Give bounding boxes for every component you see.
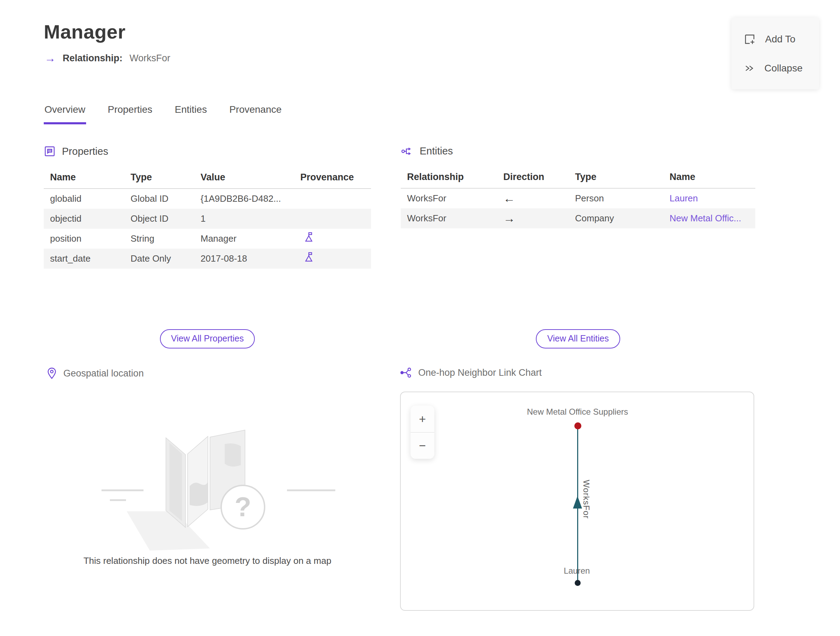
map-placeholder-illustration: ? (71, 405, 344, 553)
view-all-entities-wrap: View All Entities (401, 329, 755, 348)
question-mark-glyph: ? (235, 491, 251, 522)
entity-relationship: WorksFor (401, 188, 497, 208)
prop-provenance (294, 229, 371, 248)
zoom-out-button[interactable]: − (411, 432, 434, 459)
collapse-button[interactable]: Collapse (731, 58, 819, 79)
add-to-button[interactable]: Add To (731, 28, 819, 51)
view-all-entities-button[interactable]: View All Entities (536, 329, 620, 348)
entities-table: Relationship Direction Type Name WorksFo… (401, 168, 755, 228)
map-pin-icon (47, 367, 57, 380)
prop-provenance (294, 189, 371, 209)
prop-name: position (44, 229, 124, 248)
subtitle-label: Relationship: (63, 53, 123, 64)
properties-section-head: Properties (44, 146, 371, 157)
table-row: WorksFor → Company New Metal Offic... (401, 208, 755, 228)
prop-name: start_date (44, 248, 124, 269)
link-chart-section-head: One-hop Neighbor Link Chart (399, 367, 542, 378)
prop-type: Object ID (124, 209, 194, 229)
entities-icon (401, 146, 413, 157)
collapse-icon (744, 63, 755, 74)
add-to-label: Add To (765, 33, 796, 45)
prop-type: Global ID (124, 189, 194, 209)
entities-section-head: Entities (401, 146, 755, 157)
link-chart-icon (399, 367, 412, 378)
entity-relationship: WorksFor (401, 208, 497, 228)
subtitle-value: WorksFor (129, 53, 171, 64)
prop-type: String (124, 229, 194, 248)
graph-node-company[interactable] (574, 422, 581, 429)
table-row: objectid Object ID 1 (44, 209, 371, 229)
col-header-relationship: Relationship (401, 168, 497, 188)
provenance-flag-icon (303, 231, 314, 244)
entities-section: Entities Relationship Direction Type Nam… (401, 146, 755, 228)
col-header-type: Type (124, 168, 194, 189)
table-row: position String Manager (44, 229, 371, 248)
graph-edge-label: WorksFor (581, 480, 591, 519)
graph-edge-arrowhead (573, 496, 582, 508)
view-all-properties-button[interactable]: View All Properties (160, 329, 255, 348)
geospatial-empty-message: This relationship does not have geometry… (44, 555, 371, 566)
direction-arrow-icon: → (497, 208, 569, 228)
link-chart-canvas[interactable]: + − New Metal Office Suppliers WorksFor … (400, 392, 754, 611)
geospatial-section-title: Geospatial location (63, 368, 144, 379)
relationship-details-page: Manager → Relationship: WorksFor Add To … (0, 0, 840, 636)
prop-value: {1A9DB2B6-D482... (194, 189, 294, 209)
col-header-direction: Direction (497, 168, 569, 188)
prop-provenance (294, 209, 371, 229)
properties-section-title: Properties (62, 146, 108, 157)
entity-type: Person (569, 188, 663, 208)
table-row: start_date Date Only 2017-08-18 (44, 248, 371, 269)
prop-value: 1 (194, 209, 294, 229)
prop-value: 2017-08-18 (194, 248, 294, 269)
properties-table: Name Type Value Provenance globalid Glob… (44, 168, 371, 269)
entity-name-link[interactable]: New Metal Offic... (669, 213, 741, 223)
table-row: globalid Global ID {1A9DB2B6-D482... (44, 189, 371, 209)
tab-provenance[interactable]: Provenance (229, 104, 282, 124)
page-title: Manager (44, 20, 126, 43)
link-chart-section-title: One-hop Neighbor Link Chart (418, 367, 542, 378)
prop-value: Manager (194, 229, 294, 248)
zoom-in-button[interactable]: + (411, 405, 434, 432)
relationship-arrow-icon: → (44, 52, 56, 64)
node-label-company: New Metal Office Suppliers (527, 407, 628, 417)
prop-name: globalid (44, 189, 124, 209)
properties-section: Properties Name Type Value Provenance gl… (44, 146, 371, 269)
actions-panel: Add To Collapse (731, 17, 819, 89)
col-header-name: Name (44, 168, 124, 189)
entity-name-link[interactable]: Lauren (669, 193, 698, 204)
node-label-person: Lauren (564, 566, 590, 576)
properties-icon (44, 146, 56, 157)
geospatial-section-head: Geospatial location (47, 367, 144, 380)
graph-node-person[interactable] (575, 580, 581, 586)
col-header-provenance: Provenance (294, 168, 371, 189)
prop-provenance (294, 248, 371, 269)
tab-overview[interactable]: Overview (44, 104, 86, 124)
tab-properties[interactable]: Properties (107, 104, 153, 124)
prop-type: Date Only (124, 248, 194, 269)
col-header-type: Type (569, 168, 663, 188)
breadcrumb: → Relationship: WorksFor (44, 52, 171, 64)
prop-name: objectid (44, 209, 124, 229)
add-to-icon (744, 33, 756, 46)
collapse-label: Collapse (764, 63, 802, 74)
provenance-flag-icon (303, 252, 314, 263)
col-header-name: Name (663, 168, 755, 188)
table-row: WorksFor ← Person Lauren (401, 188, 755, 208)
entity-type: Company (569, 208, 663, 228)
view-all-properties-wrap: View All Properties (44, 329, 371, 348)
detail-tabs: Overview Properties Entities Provenance (44, 104, 283, 124)
entities-section-title: Entities (420, 146, 453, 157)
zoom-control: + − (411, 405, 434, 459)
tab-entities[interactable]: Entities (174, 104, 208, 124)
col-header-value: Value (194, 168, 294, 189)
direction-arrow-icon: ← (497, 188, 569, 208)
